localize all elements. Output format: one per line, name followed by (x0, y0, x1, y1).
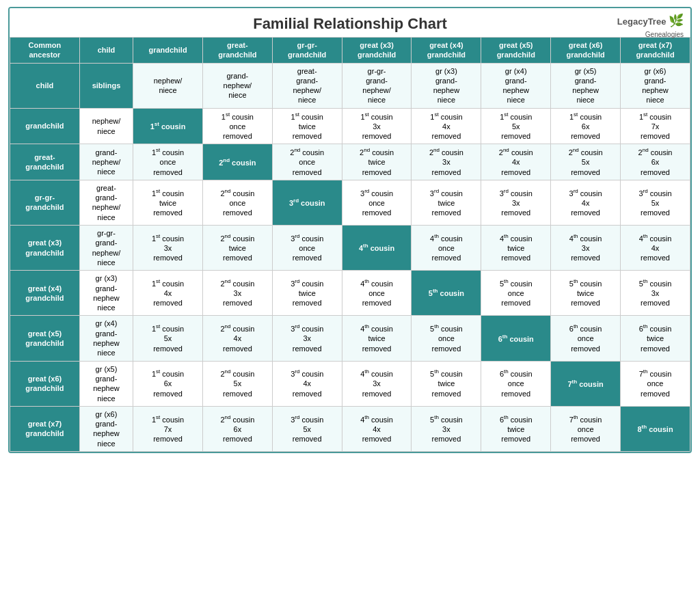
cell-6-6: 6th cousin (481, 316, 551, 361)
cell-5-2: 2nd cousin3xremoved (202, 271, 272, 316)
cell-3-8: 3rd cousin5xremoved (621, 180, 690, 225)
cell-6-4: 4th cousintwiceremoved (342, 316, 412, 361)
table-row: great (x4)grandchildgr (x3)grand-nephewn… (10, 271, 690, 316)
row-header-1: grandchild (10, 108, 80, 144)
cell-2-3: 2nd cousinonceremoved (272, 144, 342, 180)
cell-8-6: 6th cousintwiceremoved (481, 406, 551, 451)
cell-0-2: grand-nephew/niece (202, 63, 272, 108)
cell-5-3: 3rd cousintwiceremoved (272, 271, 342, 316)
cell-3-1: 1st cousintwiceremoved (133, 180, 203, 225)
cell-2-4: 2nd cousintwiceremoved (342, 144, 412, 180)
cell-3-4: 3rd cousinonceremoved (342, 180, 412, 225)
cell-0-3: great-grand-nephew/niece (272, 63, 342, 108)
row-header-4: great (x3)grandchild (10, 226, 80, 271)
col-header-4: gr-gr-grandchild (272, 38, 342, 64)
chart-container: Familial Relationship Chart LegacyTree 🌿… (8, 7, 692, 453)
cell-1-1: 1st cousin (133, 108, 203, 144)
chart-title: Familial Relationship Chart (253, 15, 447, 33)
col-header-7: great (x5)grandchild (481, 38, 551, 64)
cell-8-2: 2nd cousin6xremoved (202, 406, 272, 451)
cell-6-3: 3rd cousin3xremoved (272, 316, 342, 361)
cell-3-7: 3rd cousin4xremoved (551, 180, 621, 225)
row-header-5: great (x4)grandchild (10, 271, 80, 316)
cell-5-7: 5th cousintwiceremoved (551, 271, 621, 316)
cell-1-2: 1st cousinonceremoved (202, 108, 272, 144)
cell-3-6: 3rd cousin3xremoved (481, 180, 551, 225)
cell-5-0: gr (x3)grand-nephewniece (79, 271, 133, 316)
cell-5-4: 4th cousinonceremoved (342, 271, 412, 316)
cell-5-8: 5th cousin3xremoved (621, 271, 690, 316)
cell-7-6: 6th cousinonceremoved (481, 361, 551, 406)
cell-8-4: 4th cousin4xremoved (342, 406, 412, 451)
cell-7-1: 1st cousin6xremoved (133, 361, 203, 406)
row-header-3: gr-gr-grandchild (10, 180, 80, 225)
cell-6-2: 2nd cousin4xremoved (202, 316, 272, 361)
table-row: childsiblingsnephew/niecegrand-nephew/ni… (10, 63, 690, 108)
cell-0-1: nephew/niece (133, 63, 203, 108)
cell-1-6: 1st cousin5xremoved (481, 108, 551, 144)
col-header-9: great (x7)grandchild (621, 38, 690, 64)
logo-line2: Genealogies (645, 31, 684, 38)
col-header-2: grandchild (133, 38, 203, 64)
table-row: great (x3)grandchildgr-gr-grand-nephew/n… (10, 226, 690, 271)
cell-7-2: 2nd cousin5xremoved (202, 361, 272, 406)
cell-7-7: 7th cousin (551, 361, 621, 406)
logo: LegacyTree 🌿 Genealogies (617, 14, 684, 39)
cell-7-8: 7th cousinonceremoved (621, 361, 690, 406)
table-row: great (x6)grandchildgr (x5)grand-nephewn… (10, 361, 690, 406)
cell-7-5: 5th cousintwiceremoved (412, 361, 481, 406)
cell-8-7: 7th cousinonceremoved (551, 406, 621, 451)
cell-2-7: 2nd cousin5xremoved (551, 144, 621, 180)
cell-1-3: 1st cousintwiceremoved (272, 108, 342, 144)
cell-2-5: 2nd cousin3xremoved (412, 144, 481, 180)
cell-4-4: 4th cousin (342, 226, 412, 271)
cell-4-0: gr-gr-grand-nephew/niece (79, 226, 133, 271)
cell-4-2: 2nd cousintwiceremoved (202, 226, 272, 271)
col-header-3: great-grandchild (202, 38, 272, 64)
cell-4-1: 1st cousin3xremoved (133, 226, 203, 271)
cell-5-1: 1st cousin4xremoved (133, 271, 203, 316)
cell-8-3: 3rd cousin5xremoved (272, 406, 342, 451)
cell-4-8: 4th cousin4xremoved (621, 226, 690, 271)
chart-header: Familial Relationship Chart LegacyTree 🌿… (10, 8, 690, 37)
cell-8-5: 5th cousin3xremoved (412, 406, 481, 451)
cell-7-4: 4th cousin3xremoved (342, 361, 412, 406)
cell-6-8: 6th cousintwiceremoved (621, 316, 690, 361)
relationship-table: Commonancestorchildgrandchildgreat-grand… (10, 37, 690, 452)
col-header-6: great (x4)grandchild (412, 38, 481, 64)
col-header-8: great (x6)grandchild (551, 38, 621, 64)
cell-4-5: 4th cousinonceremoved (412, 226, 481, 271)
cell-7-0: gr (x5)grand-nephewniece (79, 361, 133, 406)
cell-2-8: 2nd cousin6xremoved (621, 144, 690, 180)
table-row: great (x7)grandchildgr (x6)grand-nephewn… (10, 406, 690, 451)
cell-8-0: gr (x6)grand-nephewniece (79, 406, 133, 451)
cell-7-3: 3rd cousin4xremoved (272, 361, 342, 406)
cell-4-7: 4th cousin3xremoved (551, 226, 621, 271)
cell-3-3: 3rd cousin (272, 180, 342, 225)
cell-2-0: grand-nephew/niece (79, 144, 133, 180)
table-header-row: Commonancestorchildgrandchildgreat-grand… (10, 38, 690, 64)
cell-2-1: 1st cousinonceremoved (133, 144, 203, 180)
cell-1-7: 1st cousin6xremoved (551, 108, 621, 144)
table-row: great-grandchildgrand-nephew/niece1st co… (10, 144, 690, 180)
logo-line1: LegacyTree (617, 16, 667, 27)
row-header-8: great (x7)grandchild (10, 406, 80, 451)
cell-3-5: 3rd cousintwiceremoved (412, 180, 481, 225)
cell-3-2: 2nd cousinonceremoved (202, 180, 272, 225)
cell-0-6: gr (x4)grand-nephewniece (481, 63, 551, 108)
cell-0-0: siblings (79, 63, 133, 108)
cell-0-5: gr (x3)grand-nephewniece (412, 63, 481, 108)
cell-1-8: 1st cousin7xremoved (621, 108, 690, 144)
cell-1-0: nephew/niece (79, 108, 133, 144)
cell-6-5: 5th cousinonceremoved (412, 316, 481, 361)
row-header-2: great-grandchild (10, 144, 80, 180)
cell-6-7: 6th cousinonceremoved (551, 316, 621, 361)
cell-4-3: 3rd cousinonceremoved (272, 226, 342, 271)
row-header-0: child (10, 63, 80, 108)
cell-6-1: 1st cousin5xremoved (133, 316, 203, 361)
cell-0-7: gr (x5)grand-nephewniece (551, 63, 621, 108)
table-row: great (x5)grandchildgr (x4)grand-nephewn… (10, 316, 690, 361)
cell-1-4: 1st cousin3xremoved (342, 108, 412, 144)
cell-3-0: great-grand-nephew/niece (79, 180, 133, 225)
cell-2-6: 2nd cousin4xremoved (481, 144, 551, 180)
